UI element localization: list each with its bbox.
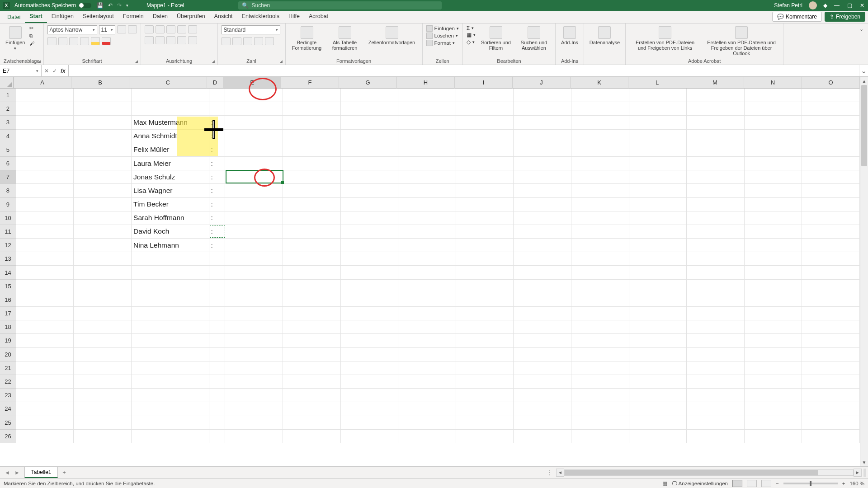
cell[interactable] (16, 402, 74, 416)
cell[interactable] (802, 402, 860, 416)
cell[interactable] (74, 280, 132, 293)
paste-button[interactable]: Einfügen ▾ (4, 25, 27, 52)
cell[interactable] (456, 211, 514, 225)
cell[interactable] (16, 184, 74, 197)
cell[interactable] (745, 89, 802, 102)
cell[interactable] (398, 402, 456, 416)
cell[interactable] (74, 170, 132, 184)
accessibility-icon[interactable]: ▦ (662, 480, 667, 487)
cell[interactable] (514, 102, 571, 116)
cell[interactable] (283, 416, 341, 430)
cell[interactable] (74, 389, 132, 402)
cell[interactable] (571, 293, 629, 307)
cell[interactable] (398, 143, 456, 157)
cell[interactable] (283, 198, 341, 211)
cell[interactable] (687, 239, 745, 252)
cell[interactable] (802, 157, 860, 170)
cell[interactable] (132, 389, 209, 402)
cell[interactable] (745, 375, 802, 389)
cell[interactable] (283, 266, 341, 279)
cell[interactable] (802, 375, 860, 389)
cell[interactable] (514, 89, 571, 102)
cell[interactable] (74, 266, 132, 279)
formula-input[interactable] (69, 65, 859, 76)
cell[interactable] (16, 252, 74, 266)
cell[interactable] (209, 280, 226, 293)
hscroll-left-icon[interactable]: ◄ (556, 469, 564, 477)
cell[interactable] (687, 266, 745, 279)
row-header[interactable]: 15 (0, 280, 16, 293)
cell[interactable] (398, 225, 456, 239)
user-name[interactable]: Stefan Petri (774, 2, 802, 9)
cell[interactable] (571, 102, 629, 116)
cell[interactable] (74, 361, 132, 375)
column-header[interactable]: O (802, 77, 860, 89)
fill-color-icon[interactable] (91, 37, 100, 45)
column-header[interactable]: N (744, 77, 802, 89)
cell[interactable] (283, 102, 341, 116)
cell[interactable] (16, 102, 74, 116)
cell[interactable] (571, 307, 629, 320)
cell[interactable] (802, 143, 860, 157)
cell[interactable]: : (209, 130, 226, 143)
cell[interactable] (745, 293, 802, 307)
column-header[interactable]: F (281, 77, 339, 89)
increase-decimal-icon[interactable] (254, 37, 263, 45)
accounting-icon[interactable] (222, 37, 231, 45)
cell[interactable] (687, 102, 745, 116)
align-bottom-icon[interactable] (166, 25, 175, 33)
cell[interactable] (16, 293, 74, 307)
cell[interactable] (802, 198, 860, 211)
cell[interactable] (745, 225, 802, 239)
cell[interactable] (398, 307, 456, 320)
cell[interactable] (571, 389, 629, 402)
cell[interactable] (802, 211, 860, 225)
cell[interactable] (341, 102, 399, 116)
fx-icon[interactable]: fx (61, 68, 66, 74)
cell[interactable] (209, 361, 226, 375)
cell[interactable] (16, 361, 74, 375)
cell[interactable] (16, 307, 74, 320)
sort-filter-button[interactable]: Sortieren und Filtern (478, 25, 514, 52)
autosum-button[interactable]: Σ▾ (467, 25, 476, 31)
sheet-tab[interactable]: Tabelle1 (24, 467, 58, 478)
cell[interactable] (456, 402, 514, 416)
chevron-down-icon[interactable]: ▾ (36, 69, 38, 73)
cell[interactable]: Max Mustermann (132, 116, 209, 129)
cell[interactable] (571, 130, 629, 143)
search-box[interactable]: 🔍 Suchen (238, 1, 442, 9)
cell[interactable] (225, 116, 283, 129)
cell[interactable] (802, 252, 860, 266)
row-header[interactable]: 10 (0, 211, 16, 225)
addins-button[interactable]: Add-Ins (559, 25, 580, 46)
cell[interactable] (629, 89, 687, 102)
sheet-nav-prev-icon[interactable]: ◄ (3, 469, 12, 477)
cell[interactable] (456, 252, 514, 266)
cell[interactable] (209, 402, 226, 416)
row-header[interactable]: 7 (0, 170, 16, 184)
number-format-combo[interactable]: Standard▾ (222, 25, 280, 34)
cell[interactable] (398, 361, 456, 375)
cell[interactable] (514, 143, 571, 157)
cell[interactable] (341, 266, 399, 279)
cell[interactable] (283, 389, 341, 402)
cell[interactable] (74, 143, 132, 157)
tab-file[interactable]: Datei (3, 12, 25, 23)
insert-cells-button[interactable]: Einfügen▾ (426, 25, 459, 32)
cell[interactable]: : (209, 198, 226, 211)
cell[interactable] (74, 293, 132, 307)
cell[interactable] (514, 361, 571, 375)
cell[interactable] (398, 266, 456, 279)
cell[interactable] (225, 198, 283, 211)
column-header[interactable]: H (397, 77, 455, 89)
column-header[interactable]: M (686, 77, 744, 89)
cell[interactable]: : (209, 225, 226, 239)
increase-font-icon[interactable] (117, 25, 126, 33)
cell[interactable] (225, 225, 283, 239)
cell[interactable] (225, 89, 283, 102)
cell[interactable] (687, 334, 745, 347)
cell[interactable] (687, 184, 745, 197)
cell[interactable] (225, 239, 283, 252)
save-icon[interactable]: 💾 (97, 2, 104, 9)
cell[interactable] (456, 389, 514, 402)
